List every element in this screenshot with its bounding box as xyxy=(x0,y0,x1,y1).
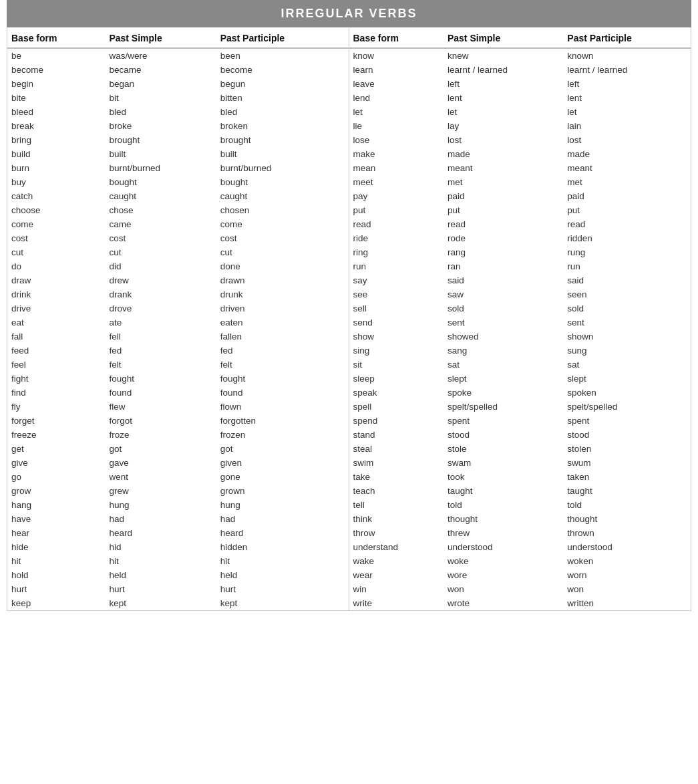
past-simple-cell: did xyxy=(105,259,216,273)
past-simple-cell: thought xyxy=(444,512,563,526)
past-simple-cell: felt xyxy=(105,358,216,372)
table-row: buildbuiltbuilt xyxy=(7,147,349,161)
table-row: havehadhad xyxy=(7,512,349,526)
base-form-cell: say xyxy=(349,273,444,287)
past-participle-cell: drunk xyxy=(216,287,349,301)
table-row: feelfeltfelt xyxy=(7,358,349,372)
base-form-cell: run xyxy=(349,259,444,273)
past-participle-cell: built xyxy=(216,147,349,161)
table-row: stealstolestolen xyxy=(349,442,691,456)
left-header-base-form: Base form xyxy=(7,27,105,48)
past-simple-cell: left xyxy=(444,77,563,91)
past-participle-cell: rung xyxy=(563,245,691,259)
past-participle-cell: known xyxy=(563,48,691,63)
table-row: holdheldheld xyxy=(7,568,349,582)
base-form-cell: go xyxy=(7,470,105,484)
past-simple-cell: built xyxy=(105,147,216,161)
past-simple-cell: slept xyxy=(444,372,563,386)
past-participle-cell: learnt / learned xyxy=(563,63,691,77)
past-participle-cell: kept xyxy=(216,596,349,610)
past-participle-cell: worn xyxy=(563,568,691,582)
past-participle-cell: gone xyxy=(216,470,349,484)
base-form-cell: meet xyxy=(349,175,444,189)
base-form-cell: feed xyxy=(7,344,105,358)
table-row: thinkthoughtthought xyxy=(349,512,691,526)
past-participle-cell: spoken xyxy=(563,386,691,400)
table-row: hidehidhidden xyxy=(7,540,349,554)
table-row: bleedbledbled xyxy=(7,105,349,119)
past-simple-cell: lent xyxy=(444,91,563,105)
base-form-cell: mean xyxy=(349,161,444,175)
table-row: bitebitbitten xyxy=(7,91,349,105)
past-simple-cell: sent xyxy=(444,315,563,330)
table-row: forgetforgotforgotten xyxy=(7,414,349,428)
past-simple-cell: sold xyxy=(444,301,563,315)
past-simple-cell: sang xyxy=(444,344,563,358)
base-form-cell: wear xyxy=(349,568,444,582)
past-participle-cell: thrown xyxy=(563,526,691,540)
past-participle-cell: paid xyxy=(563,189,691,203)
table-row: swimswamswum xyxy=(349,456,691,470)
past-simple-cell: broke xyxy=(105,119,216,133)
table-row: flyflewflown xyxy=(7,400,349,414)
table-row: bewas/werebeen xyxy=(7,48,349,63)
table-row: choosechosechosen xyxy=(7,203,349,217)
base-form-cell: fall xyxy=(7,330,105,344)
past-participle-cell: hurt xyxy=(216,582,349,596)
base-form-cell: give xyxy=(7,456,105,470)
past-participle-cell: hit xyxy=(216,554,349,568)
past-participle-cell: had xyxy=(216,512,349,526)
base-form-cell: forget xyxy=(7,414,105,428)
page-title: IRREGULAR VERBS xyxy=(7,0,691,27)
table-row: speakspokespoken xyxy=(349,386,691,400)
table-row: eatateeaten xyxy=(7,315,349,330)
past-participle-cell: written xyxy=(563,596,691,610)
past-simple-cell: showed xyxy=(444,330,563,344)
table-row: makemademade xyxy=(349,147,691,161)
past-participle-cell: swum xyxy=(563,456,691,470)
table-row: loselostlost xyxy=(349,133,691,147)
table-row: breakbrokebroken xyxy=(7,119,349,133)
table-row: cutcutcut xyxy=(7,245,349,259)
past-participle-cell: met xyxy=(563,175,691,189)
base-form-cell: fly xyxy=(7,400,105,414)
past-participle-cell: bled xyxy=(216,105,349,119)
past-participle-cell: won xyxy=(563,582,691,596)
table-row: rideroderidden xyxy=(349,231,691,245)
table-row: readreadread xyxy=(349,217,691,231)
table-row: telltoldtold xyxy=(349,498,691,512)
right-verb-table: Base form Past Simple Past Participle kn… xyxy=(349,27,691,610)
table-row: growgrewgrown xyxy=(7,484,349,498)
past-participle-cell: left xyxy=(563,77,691,91)
base-form-cell: sleep xyxy=(349,372,444,386)
past-simple-cell: won xyxy=(444,582,563,596)
base-form-cell: stand xyxy=(349,428,444,442)
base-form-cell: sit xyxy=(349,358,444,372)
past-participle-cell: lain xyxy=(563,119,691,133)
base-form-cell: let xyxy=(349,105,444,119)
past-participle-cell: become xyxy=(216,63,349,77)
past-participle-cell: lent xyxy=(563,91,691,105)
past-participle-cell: lost xyxy=(563,133,691,147)
table-row: taketooktaken xyxy=(349,470,691,484)
base-form-cell: draw xyxy=(7,273,105,287)
base-form-cell: buy xyxy=(7,175,105,189)
past-participle-cell: told xyxy=(563,498,691,512)
base-form-cell: catch xyxy=(7,189,105,203)
table-row: writewrotewritten xyxy=(349,596,691,610)
past-simple-cell: rang xyxy=(444,245,563,259)
past-participle-cell: shown xyxy=(563,330,691,344)
table-row: hurthurthurt xyxy=(7,582,349,596)
base-form-cell: learn xyxy=(349,63,444,77)
base-form-cell: fight xyxy=(7,372,105,386)
past-participle-cell: spelt/spelled xyxy=(563,400,691,414)
past-participle-cell: given xyxy=(216,456,349,470)
past-participle-cell: burnt/burned xyxy=(216,161,349,175)
past-participle-cell: fought xyxy=(216,372,349,386)
table-row: sendsentsent xyxy=(349,315,691,330)
past-participle-cell: drawn xyxy=(216,273,349,287)
past-simple-cell: taught xyxy=(444,484,563,498)
table-row: feedfedfed xyxy=(7,344,349,358)
past-participle-cell: fallen xyxy=(216,330,349,344)
base-form-cell: hurt xyxy=(7,582,105,596)
